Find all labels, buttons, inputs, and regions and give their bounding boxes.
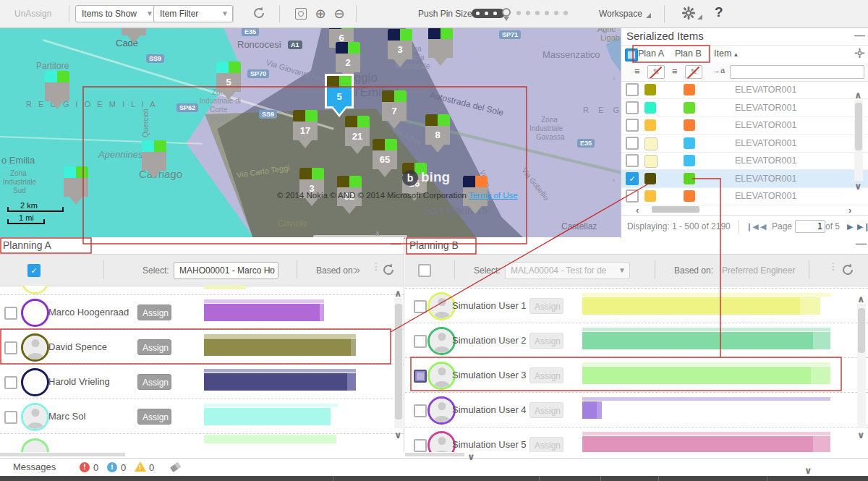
serialized-item-row[interactable]: ELEVATOR001 — [621, 152, 868, 170]
slider-pin-handle[interactable] — [502, 8, 511, 21]
map-pin[interactable]: 7 — [382, 90, 407, 131]
assign-button[interactable]: Assign — [529, 367, 563, 383]
plan-b-column-header[interactable]: Plan B — [675, 48, 702, 59]
scroll-down-icon[interactable]: ∨ — [857, 430, 865, 440]
row-checkbox[interactable] — [4, 376, 17, 389]
map-pin[interactable]: 5 — [216, 61, 241, 102]
assign-button[interactable]: Assign — [529, 437, 563, 452]
serialized-item-row[interactable]: ELEVATOR001 — [621, 135, 868, 153]
prev-page-icon[interactable]: ◀ — [760, 222, 766, 231]
row-checkbox[interactable] — [4, 341, 17, 354]
item-filter-input[interactable] — [730, 65, 864, 79]
map-pin[interactable] — [45, 71, 69, 111]
unassign-button[interactable]: UnAssign — [14, 9, 51, 19]
plan-a-column-header[interactable]: Plan A — [638, 48, 664, 59]
planning-a-engineer-select[interactable]: MAHO00001 - Marco Ho ▼ — [174, 262, 278, 279]
assign-button[interactable]: Assign — [529, 298, 563, 314]
serialized-item-row[interactable]: ELEVATOR001 — [621, 99, 868, 117]
row-checkbox[interactable] — [414, 370, 427, 383]
scroll-up-icon[interactable]: ∧ — [394, 288, 402, 299]
assign-button[interactable]: Assign — [137, 374, 171, 390]
assign-button[interactable]: Assign — [529, 402, 563, 418]
map-pin[interactable]: 3 — [299, 168, 324, 208]
first-page-icon[interactable]: ❙◀ — [746, 222, 759, 231]
map-pin[interactable]: 17 — [293, 110, 318, 150]
clear-messages-eraser-icon[interactable] — [170, 462, 181, 472]
plan-a-edit-filter-button[interactable]: ✎ — [647, 65, 665, 79]
map-pin-selected[interactable]: 5 — [327, 76, 352, 116]
scroll-down-icon[interactable]: ∨ — [804, 465, 812, 476]
drag-handle-dots[interactable]: ⋮ — [828, 260, 838, 272]
planning-a-scrollbar-horizontal[interactable] — [0, 453, 125, 456]
row-checkbox[interactable] — [414, 404, 427, 417]
zoom-in-icon[interactable]: ⊕ — [312, 6, 328, 22]
select-all-checkbox[interactable] — [625, 48, 638, 61]
map-pin[interactable] — [428, 27, 453, 68]
row-checkbox[interactable] — [626, 154, 639, 167]
plan-a-sort-icon[interactable]: ≡ — [634, 66, 640, 77]
map-pin[interactable]: 21 — [345, 116, 370, 156]
plan-b-edit-filter-button[interactable]: ✎ — [685, 65, 702, 79]
pane-collapse-right-icon[interactable]: › — [613, 74, 616, 82]
help-button[interactable]: ? — [715, 4, 723, 20]
zoom-out-icon[interactable]: ⊖ — [331, 6, 347, 22]
engineer-row[interactable]: David SpenceAssign — [0, 329, 404, 365]
engineer-row[interactable]: Simulation User 3Assign — [405, 357, 868, 393]
serialized-item-row[interactable]: ✓ELEVATOR001 — [621, 170, 868, 188]
last-page-icon[interactable]: ▶❙ — [857, 222, 868, 231]
row-checkbox[interactable] — [626, 137, 639, 150]
engineer-row[interactable]: Harold VrielingAssign — [0, 364, 404, 399]
row-checkbox[interactable] — [414, 335, 427, 348]
row-checkbox[interactable] — [414, 439, 427, 452]
planning-b-scrollbar-horizontal[interactable] — [405, 453, 464, 456]
planning-b-checkbox[interactable] — [418, 264, 431, 277]
serialized-item-row[interactable]: ELEVATOR001 — [621, 187, 868, 205]
item-filter-mode-icon[interactable]: →a — [712, 66, 725, 75]
engineer-row[interactable]: Marc SolAssign — [0, 399, 404, 434]
planning-b-engineer-select[interactable]: MALA00004 - Test for de ▼ — [505, 262, 630, 279]
engineer-row[interactable]: Simulation User 5Assign — [405, 427, 868, 452]
plan-b-sort-icon[interactable]: ≡ — [672, 66, 678, 77]
engineer-row-partial[interactable] — [0, 433, 404, 452]
refresh-icon[interactable] — [841, 263, 855, 277]
map-pin[interactable] — [64, 166, 88, 207]
pane-collapse-down-icon[interactable]: ∧ — [375, 229, 380, 238]
scroll-down-icon[interactable]: ∨ — [394, 430, 402, 440]
planning-a-checkbox[interactable]: ✓ — [27, 264, 41, 277]
refresh-icon[interactable] — [381, 263, 396, 277]
row-checkbox[interactable] — [414, 300, 427, 313]
refresh-icon[interactable] — [252, 6, 266, 20]
terms-of-use-link[interactable]: Terms of Use — [469, 191, 518, 200]
scroll-down-icon[interactable]: ∨ — [467, 451, 475, 462]
engineer-row[interactable]: Simulation User 1Assign — [405, 288, 868, 323]
assign-button[interactable]: Assign — [137, 305, 171, 320]
items-to-show-select[interactable]: Items to Show ▼ — [75, 5, 158, 22]
engineer-row[interactable]: Marco HoogenraadAssign — [0, 294, 404, 330]
row-checkbox[interactable] — [626, 119, 639, 132]
row-checkbox[interactable]: ✓ — [626, 172, 639, 185]
map-canvas[interactable]: Reggionell'Emilia CadèPartitoreRoncocesi… — [0, 27, 621, 239]
scroll-right-icon[interactable]: › — [848, 205, 851, 216]
pane-expand-left-icon[interactable]: ‹ — [613, 175, 616, 184]
assign-button[interactable]: Assign — [529, 333, 563, 349]
map-pin[interactable]: 65 — [373, 139, 397, 179]
serialized-scrollbar-horizontal[interactable] — [652, 206, 699, 213]
minimize-button[interactable]: — — [854, 29, 865, 41]
map-pin[interactable] — [122, 27, 146, 46]
zoom-fit-icon[interactable] — [293, 6, 309, 22]
item-filter-select[interactable]: Item Filter ▼ — [153, 5, 233, 22]
more-options-chevron[interactable]: » — [354, 264, 360, 276]
minimize-button[interactable]: — — [391, 237, 401, 250]
drag-handle-dots[interactable]: ⋮ — [371, 260, 381, 272]
row-checkbox[interactable] — [626, 101, 639, 114]
assign-button[interactable]: Assign — [137, 339, 171, 355]
scroll-left-icon[interactable]: ‹ — [636, 205, 639, 216]
engineer-row[interactable]: Simulation User 4Assign — [405, 392, 868, 427]
workspace-menu[interactable]: Workspace — [599, 9, 642, 19]
assign-button[interactable]: Assign — [137, 409, 171, 425]
item-column-header[interactable]: Item ▲ — [714, 48, 739, 59]
planning-b-scrollbar[interactable] — [857, 304, 866, 428]
row-checkbox[interactable] — [626, 190, 639, 203]
map-pin[interactable]: 3 — [388, 29, 412, 69]
scroll-up-icon[interactable]: ∧ — [854, 90, 862, 101]
